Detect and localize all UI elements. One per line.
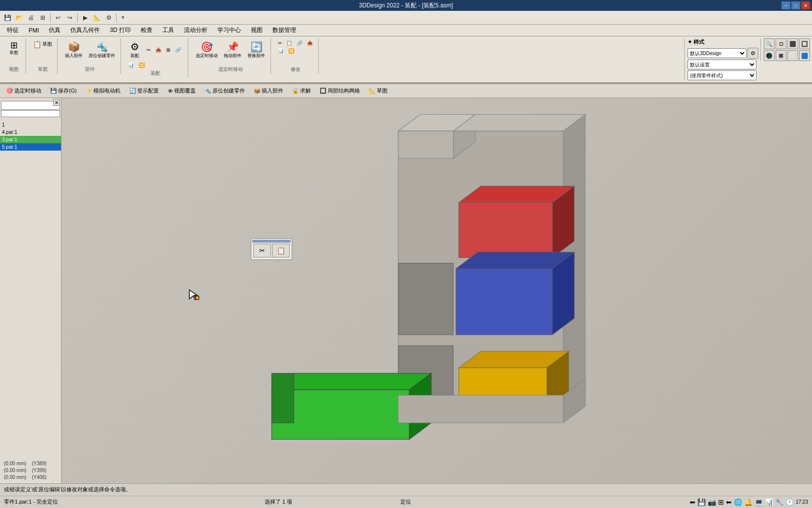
coord-line-2: (0.00 mm) (Y399) bbox=[4, 467, 47, 474]
render-btn[interactable]: 🟦 bbox=[799, 50, 810, 61]
statusbar: 或错误定义'或'原位编辑'以修改对象或选择命令选项, 零件1.par:1 - 完… bbox=[0, 483, 812, 508]
wire-btn[interactable]: ⬜ bbox=[787, 50, 798, 61]
maximize-button[interactable]: □ bbox=[791, 1, 800, 9]
replace-btn[interactable]: 🔄 替换部件 bbox=[245, 39, 268, 61]
settings-quick-btn[interactable]: ⚙ bbox=[103, 12, 114, 23]
mod2-btn[interactable]: 📋 bbox=[284, 39, 294, 47]
status-icon-10[interactable]: 🔧 bbox=[775, 498, 783, 506]
dropdown-arrow: ▼ bbox=[119, 15, 127, 20]
sketch-btn[interactable]: 📋 草图 bbox=[31, 39, 54, 49]
close-button[interactable]: ✕ bbox=[801, 1, 810, 9]
status-icon-7[interactable]: 🔔 bbox=[744, 498, 752, 506]
ctx-config[interactable]: 🔄 登示配置 bbox=[126, 86, 162, 96]
sidebar-close-btn[interactable]: ✕ bbox=[53, 99, 60, 106]
move-btn[interactable]: 🎯 选定时移动 bbox=[193, 39, 220, 61]
mod6-btn[interactable]: 🔀 bbox=[286, 47, 296, 55]
popup-cut-btn[interactable]: ✂ bbox=[253, 244, 271, 257]
menu-tezheng[interactable]: 特征 bbox=[2, 25, 24, 35]
status-icon-5[interactable]: ⬅ bbox=[726, 498, 732, 506]
status-icon-8[interactable]: 💻 bbox=[754, 498, 763, 506]
status-icon-3[interactable]: 📷 bbox=[708, 498, 716, 506]
status-icon-9[interactable]: 📊 bbox=[765, 498, 773, 506]
menu-3d-print[interactable]: 3D 打印 bbox=[105, 25, 136, 35]
mod3-btn[interactable]: 🔗 bbox=[295, 39, 304, 47]
view-group-label: 视图 bbox=[9, 65, 19, 73]
sidebar-item-5par1[interactable]: 5.par:1 bbox=[0, 143, 61, 151]
menu-shitu[interactable]: 视图 bbox=[246, 25, 268, 35]
sketch-view-btn[interactable]: ⊞ 草图 bbox=[5, 39, 23, 58]
minimize-button[interactable]: ─ bbox=[782, 1, 790, 9]
menu-jiancha[interactable]: 检查 bbox=[136, 25, 157, 35]
ctx-solve-icon: 🔓 bbox=[292, 88, 299, 94]
ctx-view-label: 视图覆盖 bbox=[174, 87, 196, 95]
quick-access-toolbar: 💾 📂 🖨 ⊞ ↩ ↪ ▶ 📐 ⚙ ▼ bbox=[0, 11, 812, 25]
sketch-small-label: 草图 bbox=[42, 41, 52, 48]
mod5-btn[interactable]: 📊 bbox=[276, 47, 286, 55]
assembly-btn[interactable]: ⚙ 装配 bbox=[126, 39, 144, 61]
popup-copy-btn[interactable]: 📋 bbox=[272, 244, 290, 257]
insert-part-btn[interactable]: 📦 插入部件 bbox=[62, 39, 85, 61]
ctx-mesh-icon: 🔲 bbox=[320, 88, 327, 94]
sidebar-item-3par1[interactable]: 3.par:1 bbox=[0, 136, 61, 143]
ctx-solve[interactable]: 🔓 求解 bbox=[289, 86, 314, 96]
status-icon-1[interactable]: ⬅ bbox=[690, 498, 695, 506]
sidebar-item-4par1[interactable]: 4.par:1 bbox=[0, 128, 61, 136]
status-icon-11[interactable]: 🕐 bbox=[785, 498, 794, 506]
viewport[interactable]: · · · · · · · ✂ 📋 bbox=[61, 98, 812, 483]
select-quick-btn[interactable]: ▶ bbox=[80, 12, 90, 23]
measure-quick-btn[interactable]: 📐 bbox=[91, 12, 102, 23]
create-part-btn[interactable]: 🔩 原位创建零件 bbox=[86, 39, 118, 61]
save-quick-btn[interactable]: 💾 bbox=[2, 12, 13, 23]
copy2-btn[interactable]: 📤 bbox=[153, 46, 163, 54]
ctx-save[interactable]: 💾 保存(G) bbox=[47, 86, 80, 96]
mod1-btn[interactable]: ✂ bbox=[276, 39, 284, 47]
style-dropdown[interactable]: 默认3DDesign bbox=[688, 48, 747, 58]
open-quick-btn[interactable]: 📂 bbox=[14, 12, 25, 23]
ribbon-group-sketch: 📋 草图 草图 bbox=[28, 38, 58, 74]
view-quick-btn[interactable]: ⊞ bbox=[37, 12, 48, 23]
menu-xuexi[interactable]: 学习中心 bbox=[212, 25, 246, 35]
menu-fangzhen[interactable]: 仿真 bbox=[44, 25, 65, 35]
status-icon-4[interactable]: ⊞ bbox=[718, 498, 724, 506]
ctx-insert-part[interactable]: 📦 插入部件 bbox=[250, 86, 287, 96]
move-label: 选定时移动 bbox=[196, 53, 218, 59]
menu-liudong[interactable]: 流动分析 bbox=[179, 25, 212, 35]
svg-marker-18 bbox=[271, 373, 431, 390]
ctx-mesh[interactable]: 🔲 局部结构网格 bbox=[316, 86, 363, 96]
menu-shuju[interactable]: 数据管理 bbox=[268, 25, 301, 35]
popup-icon-1: ✂ bbox=[259, 247, 265, 254]
style-settings-dropdown[interactable]: 默认设置 bbox=[688, 60, 756, 69]
ctx-view-overlay[interactable]: 👁 视图覆盖 bbox=[164, 86, 199, 96]
ctx-select-move-label: 选定时移动 bbox=[14, 87, 41, 95]
menu-pmi[interactable]: PMI bbox=[24, 26, 44, 35]
link-btn[interactable]: 🔗 bbox=[173, 46, 183, 54]
status-icon-2[interactable]: 💾 bbox=[697, 498, 706, 506]
drag-btn[interactable]: 📌 拖动部件 bbox=[221, 39, 244, 61]
menu-gongju[interactable]: 工具 bbox=[157, 25, 179, 35]
sort-btn[interactable]: 🔀 bbox=[137, 62, 147, 69]
mod4-btn[interactable]: 📤 bbox=[305, 39, 315, 47]
ctx-select-move[interactable]: 🎯 选定时移动 bbox=[3, 86, 45, 96]
view-3d-btn[interactable]: 🔲 bbox=[799, 38, 810, 49]
sidebar-item-1[interactable]: 1 bbox=[0, 121, 61, 128]
ctx-insert-label: 插入部件 bbox=[262, 87, 283, 95]
ctx-create-part[interactable]: 🔩 原位创建零件 bbox=[201, 86, 248, 96]
redo-quick-btn[interactable]: ↪ bbox=[64, 12, 75, 23]
zoom-fit-btn[interactable]: 🔍 bbox=[764, 38, 775, 49]
menu-fangzhen-jihe[interactable]: 仿真几何件 bbox=[65, 25, 105, 35]
ctx-motor[interactable]: ⚡ 模拟电动机 bbox=[82, 86, 124, 96]
style-part-dropdown[interactable]: (使用零件样式) bbox=[688, 70, 756, 80]
status-icon-6[interactable]: 🌐 bbox=[734, 498, 742, 506]
sidebar-search-input[interactable] bbox=[1, 101, 60, 110]
ctx-sketch[interactable]: 📐 草图 bbox=[365, 86, 391, 96]
style-settings-btn[interactable]: ⚙ bbox=[748, 48, 758, 59]
shade-btn[interactable]: 🌑 bbox=[764, 50, 775, 61]
edge-btn[interactable]: 🔳 bbox=[776, 50, 786, 61]
zoom-region-btn[interactable]: ⊡ bbox=[776, 38, 786, 49]
arr-btn[interactable]: ⊞ bbox=[164, 46, 172, 54]
view-iso-btn[interactable]: ⬛ bbox=[787, 38, 798, 49]
list-btn[interactable]: 📊 bbox=[126, 62, 136, 69]
print-quick-btn[interactable]: 🖨 bbox=[26, 12, 36, 23]
cut-btn[interactable]: ✂ bbox=[145, 46, 152, 54]
undo-quick-btn[interactable]: ↩ bbox=[53, 12, 63, 23]
